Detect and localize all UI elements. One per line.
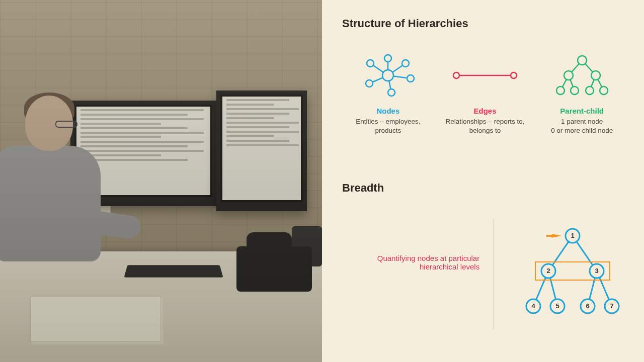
tree-node-5: 5 <box>550 299 565 313</box>
svg-text:3: 3 <box>595 267 598 275</box>
vertical-divider <box>494 219 494 329</box>
svg-text:1: 1 <box>571 232 574 239</box>
svg-point-12 <box>367 60 374 67</box>
concept-nodes-desc: Entities – employees, products <box>343 117 433 135</box>
concepts-row: Nodes Entities – employees, products Edg… <box>342 51 628 135</box>
concept-nodes-label: Nodes <box>376 107 399 115</box>
tree-node-3: 3 <box>590 264 604 278</box>
concept-nodes: Nodes Entities – employees, products <box>342 51 434 135</box>
concept-parentchild-desc: 1 parent node 0 or more child node <box>551 117 613 135</box>
svg-point-11 <box>366 80 373 87</box>
svg-point-25 <box>556 86 565 95</box>
svg-point-24 <box>591 71 600 80</box>
svg-point-14 <box>453 72 459 78</box>
svg-point-26 <box>571 86 579 95</box>
tree-node-6: 6 <box>581 299 595 313</box>
svg-point-22 <box>578 56 587 65</box>
section-title-breadth: Breadth <box>342 182 628 195</box>
section-title-structure: Structure of Hierarchies <box>342 17 628 30</box>
svg-point-9 <box>407 75 414 82</box>
svg-point-6 <box>382 70 393 81</box>
svg-rect-37 <box>546 235 553 237</box>
concept-edges-desc: Relationships – reports to, belongs to <box>440 117 530 135</box>
svg-text:2: 2 <box>546 267 550 275</box>
svg-point-23 <box>564 71 573 80</box>
tree-node-7: 7 <box>605 299 619 313</box>
breadth-row: Quantifying nodes at particular hierarch… <box>342 219 628 329</box>
svg-text:6: 6 <box>586 302 589 310</box>
hero-photo <box>0 0 322 362</box>
concept-edges: Edges Relationships – reports to, belong… <box>439 51 531 135</box>
breadth-definition: Quantifying nodes at particular hierarch… <box>342 219 484 271</box>
svg-point-15 <box>511 72 517 78</box>
svg-point-28 <box>600 86 608 95</box>
breadth-tree-diagram: 1 2 3 4 <box>507 219 628 326</box>
concept-parent-child: Parent-child 1 parent node 0 or more chi… <box>536 51 628 135</box>
svg-point-10 <box>388 89 395 96</box>
svg-text:7: 7 <box>610 302 613 310</box>
concept-parentchild-label: Parent-child <box>560 107 604 115</box>
tree-node-4: 4 <box>526 299 540 313</box>
tree-node-1: 1 <box>566 229 580 243</box>
svg-text:5: 5 <box>555 302 559 310</box>
parent-child-icon <box>549 51 615 100</box>
tree-node-2: 2 <box>541 264 555 278</box>
concept-edges-label: Edges <box>474 107 497 115</box>
slide-content: Structure of Hierarchies <box>322 0 644 362</box>
svg-point-7 <box>384 55 391 62</box>
svg-text:4: 4 <box>531 302 535 310</box>
svg-point-27 <box>586 86 594 95</box>
svg-point-8 <box>402 60 409 67</box>
nodes-icon <box>360 51 416 100</box>
edges-icon <box>447 51 523 100</box>
